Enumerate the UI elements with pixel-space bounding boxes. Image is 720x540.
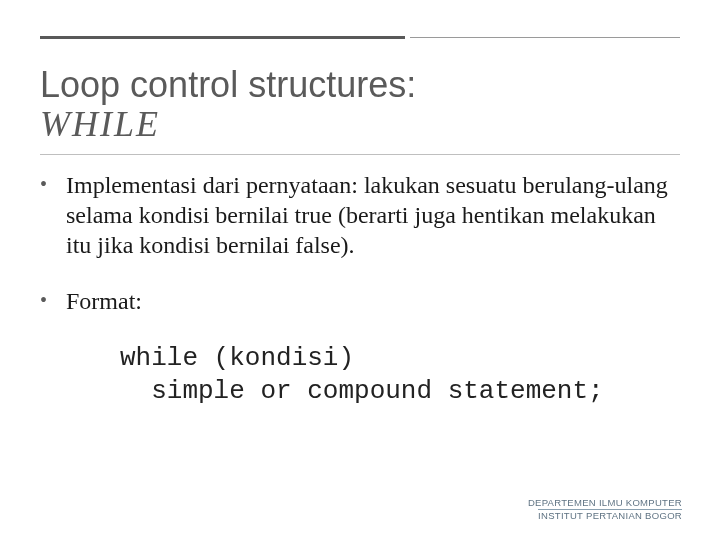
title-line-1: Loop control structures: <box>40 64 416 105</box>
title-underline <box>40 154 680 155</box>
bullet-text: Implementasi dari pernyataan: lakukan se… <box>66 170 680 260</box>
bullet-dot-icon: • <box>40 170 66 260</box>
slide-body: • Implementasi dari pernyataan: lakukan … <box>40 170 680 407</box>
header-rule <box>40 36 680 40</box>
header-rule-thin <box>410 37 680 38</box>
bullet-text: Format: <box>66 286 680 316</box>
bullet-item: • Implementasi dari pernyataan: lakukan … <box>40 170 680 260</box>
code-example: while (kondisi) simple or compound state… <box>120 342 680 407</box>
footer-line-2: INSTITUT PERTANIAN BOGOR <box>538 509 682 522</box>
title-line-2: WHILE <box>40 104 160 144</box>
footer-line-1: DEPARTEMEN ILMU KOMPUTER <box>528 498 682 509</box>
header-rule-thick <box>40 36 405 39</box>
bullet-item: • Format: <box>40 286 680 316</box>
footer: DEPARTEMEN ILMU KOMPUTER INSTITUT PERTAN… <box>528 498 682 522</box>
slide-title: Loop control structures: WHILE <box>40 66 680 144</box>
bullet-dot-icon: • <box>40 286 66 316</box>
